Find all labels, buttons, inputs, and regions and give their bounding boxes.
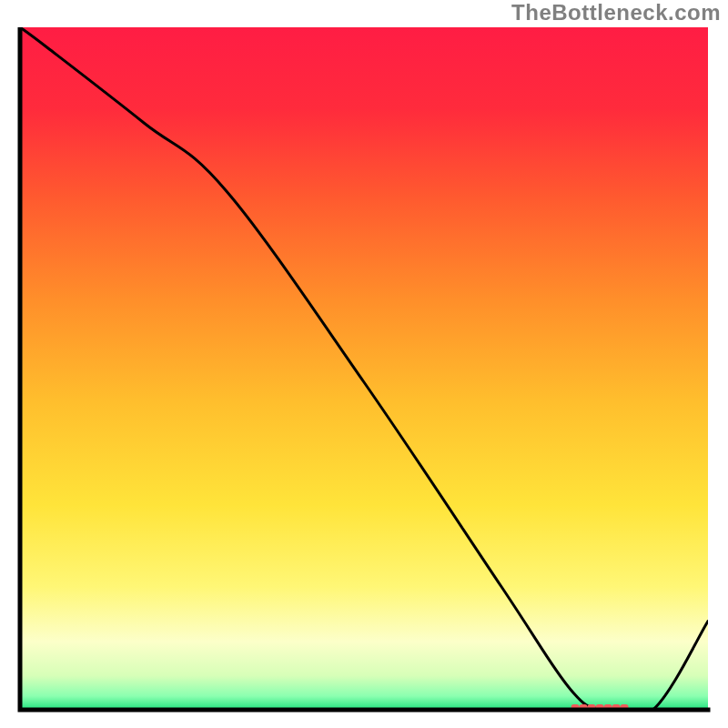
- chart-svg: [16, 27, 712, 713]
- gradient-background: [20, 27, 708, 710]
- plot-area: [16, 27, 712, 713]
- watermark-text: TheBottleneck.com: [511, 0, 721, 25]
- chart-container: TheBottleneck.com: [0, 0, 728, 728]
